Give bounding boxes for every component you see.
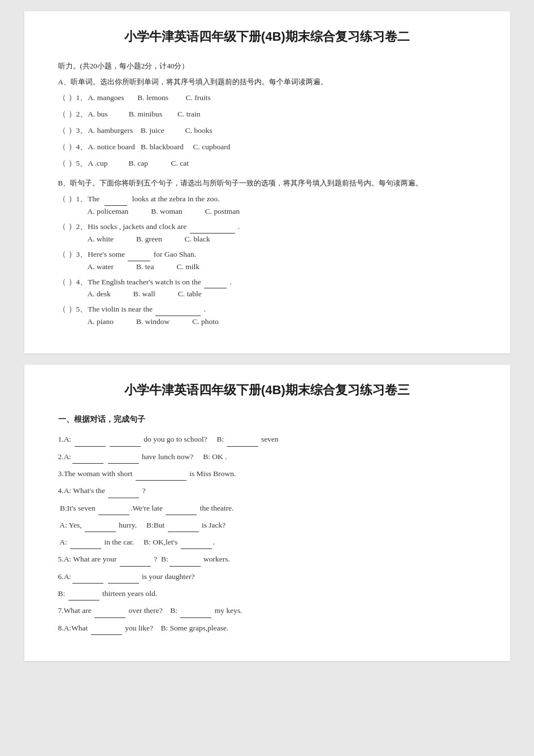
blank xyxy=(85,524,116,532)
section1-title: 一、根据对话，完成句子 xyxy=(58,414,476,425)
card-1: 小学牛津英语四年级下册(4B)期末综合复习练习卷二 听力。(共20小题，每小题2… xyxy=(24,11,510,353)
dialog-line-6: A: Yes, hurry. B:But is Jack? xyxy=(58,519,476,532)
word-q4: （ ）4、A. notice board B. blackboard C. cu… xyxy=(58,141,476,154)
card-2: 小学牛津英语四年级下册(4B)期末综合复习练习卷三 一、根据对话，完成句子 1.… xyxy=(24,365,510,661)
part-a-instruction: A、听单词。选出你所听到单词，将其序号填入到题前的括号内。每个单词读两遍。 xyxy=(58,77,476,87)
word-q5: （ ）5、A .cup B. cap C. cat xyxy=(58,157,476,170)
word-q3: （ ）3、A. hamburgers B. juice C. books xyxy=(58,124,476,137)
blank xyxy=(110,439,141,447)
bracket: （ xyxy=(58,277,68,287)
sent-q1: （ ）1、The looks at the zebra in the zoo. … xyxy=(58,193,476,216)
blank xyxy=(181,541,212,549)
sent-q5: （ ）5、The violin is near the . A. piano B… xyxy=(58,303,476,326)
blank xyxy=(136,473,186,481)
dialog-line-11: 7.What are over there? B: my keys. xyxy=(58,604,476,617)
dialog-line-4: 4.A: What's the ? xyxy=(58,484,476,498)
word-q1: （ ）1、A. mangoes B. lemons C. fruits xyxy=(58,92,476,105)
word-questions: （ ）1、A. mangoes B. lemons C. fruits （ ）2… xyxy=(58,92,476,170)
bracket: （ xyxy=(58,222,68,232)
blank xyxy=(166,507,197,515)
blank xyxy=(128,253,150,261)
title-bold: (4B) xyxy=(261,29,285,44)
blank xyxy=(72,576,103,584)
bracket: （ xyxy=(58,194,68,204)
dialog-line-12: 8.A:What you like? B: Some graps,please. xyxy=(58,621,476,635)
sent-q4: （ ）4、The English teacher's watch is on t… xyxy=(58,276,476,299)
card2-title: 小学牛津英语四年级下册(4B)期末综合复习练习卷三 xyxy=(58,382,476,399)
blank xyxy=(120,559,151,567)
bracket: （ xyxy=(58,142,68,152)
page: 小学牛津英语四年级下册(4B)期末综合复习练习卷二 听力。(共20小题，每小题2… xyxy=(0,0,534,684)
listening-instruction: 听力。(共20小题，每小题2分，计40分） xyxy=(58,61,476,71)
bracket: （ xyxy=(58,109,68,119)
word-q2: （ ）2、A. bus B. minibus C. train xyxy=(58,108,476,121)
blank xyxy=(108,490,139,498)
title-part1: 小学牛津英语四年级下册 xyxy=(124,383,261,397)
bracket: （ xyxy=(58,126,68,136)
blank xyxy=(227,439,258,447)
dialog-line-1: 1.A: do you go to school? B: seven xyxy=(58,433,476,446)
blank xyxy=(108,456,139,464)
blank xyxy=(155,308,201,316)
dialog-line-5: B:It's seven .We're late the theatre. xyxy=(58,502,476,515)
blank xyxy=(94,610,125,618)
blank xyxy=(108,576,139,584)
blank xyxy=(70,541,101,549)
blank xyxy=(190,226,235,234)
dialog-line-8: 5.A: What are your ? B: workers. xyxy=(58,552,476,566)
sent-q2: （ ）2、His socks , jackets and clock are .… xyxy=(58,221,476,244)
blank xyxy=(204,280,227,288)
sent-q3: （ ）3、Here's some for Gao Shan. A. water … xyxy=(58,248,476,271)
dialog-line-2: 2.A: have lunch now? B: OK . xyxy=(58,450,476,464)
card1-title: 小学牛津英语四年级下册(4B)期末综合复习练习卷二 xyxy=(58,28,476,45)
title-part2: 期末综合复习练习卷三 xyxy=(285,383,410,397)
blank xyxy=(168,524,199,532)
blank xyxy=(180,610,211,618)
sentence-questions: （ ）1、The looks at the zebra in the zoo. … xyxy=(58,193,476,327)
blank xyxy=(72,456,103,464)
blank xyxy=(105,198,127,206)
dialog-line-3: 3.The woman with short is Miss Brown. xyxy=(58,467,476,481)
blank xyxy=(98,507,129,515)
dialog-line-10: B: thirteen years old. xyxy=(58,587,476,601)
dialog-lines: 1.A: do you go to school? B: seven 2.A: … xyxy=(58,433,476,635)
blank xyxy=(91,627,122,635)
bracket: （ xyxy=(58,304,68,314)
title-part1: 小学牛津英语四年级下册 xyxy=(124,29,261,44)
dialog-line-7: A: in the car. B: OK,let's . xyxy=(58,535,476,549)
bracket: （ xyxy=(58,93,68,103)
bracket: （ xyxy=(58,249,68,260)
blank xyxy=(68,593,99,601)
part-b-instruction: B、听句子。下面你将听到五个句子，请选出与所听句子一致的选项，将其序号填入到题前… xyxy=(58,178,476,188)
bracket: （ xyxy=(58,158,68,169)
blank xyxy=(170,559,201,567)
dialog-line-9: 6.A: is your daughter? xyxy=(58,570,476,584)
blank xyxy=(75,439,106,447)
title-part2: 期末综合复习练习卷二 xyxy=(285,29,410,44)
title-bold: (4B) xyxy=(261,383,285,397)
